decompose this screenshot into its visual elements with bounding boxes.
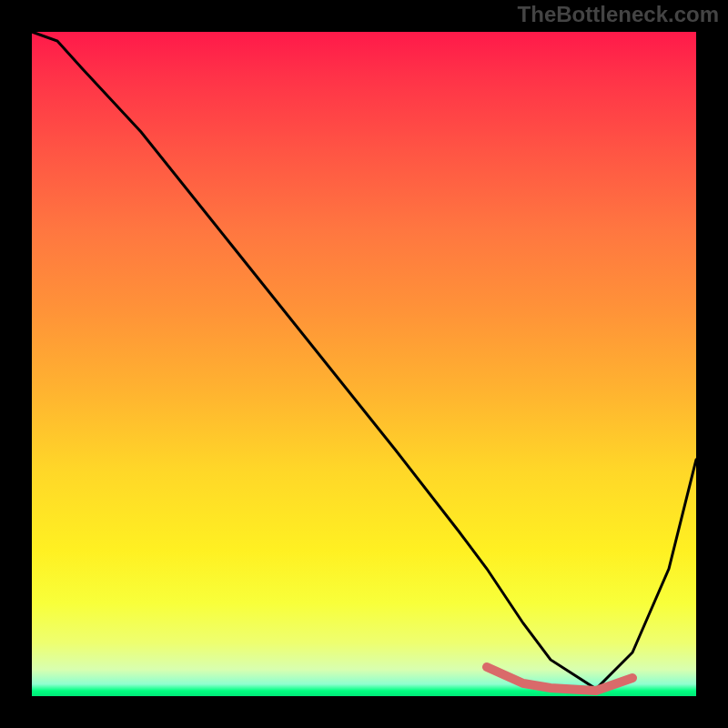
chart-container: TheBottleneck.com <box>0 0 728 728</box>
optimal-range-marker <box>487 667 632 691</box>
watermark-text: TheBottleneck.com <box>518 2 719 27</box>
plot-area <box>32 32 696 696</box>
bottleneck-curve <box>32 32 696 689</box>
curve-svg <box>32 32 696 696</box>
